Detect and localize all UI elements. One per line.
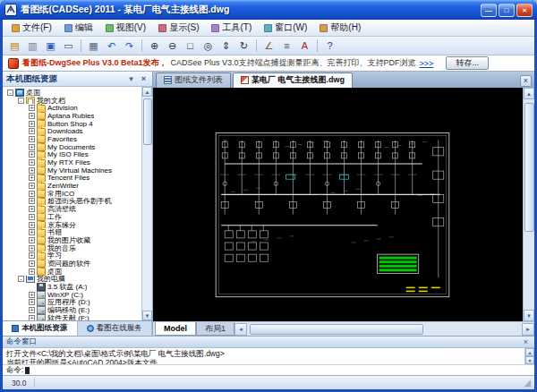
tree-item[interactable]: +应用程序 (D:): [5, 299, 141, 307]
sidebar-scroll-thumb[interactable]: [143, 98, 152, 145]
menu-item-3[interactable]: 显示(S): [152, 20, 205, 36]
redo-button[interactable]: ↷: [121, 38, 138, 54]
scroll-down-icon[interactable]: ▼: [142, 311, 152, 320]
tree-item[interactable]: 3.5 软盘 (A:): [5, 283, 141, 291]
scroll-down-icon[interactable]: ▼: [524, 310, 534, 321]
tab-close-icon[interactable]: ×: [520, 75, 532, 87]
tree-expander[interactable]: +: [29, 245, 35, 251]
tree-item[interactable]: +资问题的软件: [5, 260, 141, 268]
tree-expander[interactable]: +: [29, 206, 35, 212]
tree-expander[interactable]: +: [29, 198, 35, 204]
copy-button[interactable]: ▦: [85, 38, 102, 54]
tree-item[interactable]: +超强街头恶作剧手机: [5, 198, 141, 206]
tree-item[interactable]: +我的音乐: [5, 244, 141, 252]
tree-item[interactable]: +Activision: [5, 104, 141, 112]
tree-expander[interactable]: -: [7, 89, 13, 96]
tree-item[interactable]: -我的电脑: [5, 276, 141, 284]
tree-item[interactable]: +我的图片收藏: [5, 236, 141, 244]
menu-item-5[interactable]: 窗口(W): [258, 20, 313, 36]
convert-button[interactable]: 转存...: [446, 56, 489, 70]
tree-expander[interactable]: +: [29, 128, 35, 134]
command-close-icon[interactable]: ×: [521, 337, 531, 346]
tree-item[interactable]: +My Virtual Machines: [5, 166, 141, 175]
tree-expander[interactable]: +: [29, 268, 35, 275]
tree-item[interactable]: +桌面: [5, 268, 141, 276]
tree-item[interactable]: +Favorites: [5, 135, 141, 143]
scroll-up-icon[interactable]: ▲: [142, 87, 152, 97]
tree-expander[interactable]: +: [29, 292, 35, 298]
tree-item[interactable]: +My ISO Files: [5, 151, 141, 159]
menu-item-4[interactable]: 工具(T): [205, 20, 258, 36]
tree-item[interactable]: +Button Shop 4: [5, 120, 141, 128]
command-scrollbar[interactable]: ▲ ▼: [524, 348, 534, 364]
sidebar-close-icon[interactable]: ×: [139, 74, 149, 83]
tree-expander[interactable]: -: [18, 98, 24, 104]
tree-item[interactable]: +My Documents: [5, 143, 141, 151]
tree-item[interactable]: -桌面: [5, 89, 141, 97]
document-tab-0[interactable]: 图纸文件列表: [156, 72, 231, 88]
tree-item[interactable]: -我的文档: [5, 97, 141, 105]
tree-item[interactable]: +编码移动 (E:): [5, 306, 141, 314]
close-button[interactable]: ×: [516, 4, 533, 17]
tree-item[interactable]: +ZenWriter: [5, 182, 141, 190]
menu-item-6[interactable]: 帮助(H): [313, 20, 367, 36]
tree-item[interactable]: +Tencent Files: [5, 175, 141, 183]
tree-item[interactable]: +书籍: [5, 228, 141, 236]
zoom-window-button[interactable]: □: [182, 38, 199, 54]
scroll-left-icon[interactable]: ◄: [234, 323, 247, 336]
scroll-up-icon[interactable]: ▲: [524, 88, 534, 99]
document-tab-1[interactable]: 某电厂 电气主接线图.dwg: [233, 72, 353, 88]
tree-expander[interactable]: +: [29, 113, 35, 119]
print-button[interactable]: ▭: [60, 38, 77, 54]
scroll-down-icon[interactable]: ▼: [525, 356, 534, 364]
tree-item[interactable]: +学习: [5, 251, 141, 260]
tree-expander[interactable]: +: [29, 144, 35, 150]
tree-expander[interactable]: +: [29, 260, 35, 267]
tree-item[interactable]: +My RTX Files: [5, 158, 141, 166]
undo-button[interactable]: ↶: [103, 38, 120, 54]
chevron-down-icon[interactable]: ▾: [126, 74, 136, 83]
text-button[interactable]: A: [296, 38, 313, 54]
tree-item[interactable]: +京东缘分: [5, 221, 141, 229]
canvas-hscrollbar[interactable]: ◄ ►: [234, 322, 534, 336]
tree-item[interactable]: +Aptana Rubles: [5, 112, 141, 120]
tree-expander[interactable]: +: [29, 105, 35, 111]
zoom-out-button[interactable]: ⊖: [164, 38, 181, 54]
sidebar-tab-1[interactable]: 看图在线服务: [78, 321, 153, 336]
tree-item[interactable]: +工作: [5, 213, 141, 221]
tree-expander[interactable]: +: [29, 252, 35, 259]
canvas-hscroll-thumb[interactable]: [250, 324, 423, 335]
tree-expander[interactable]: +: [29, 151, 35, 158]
menu-item-2[interactable]: 视图(V): [99, 20, 152, 36]
tree-expander[interactable]: +: [29, 299, 35, 305]
zoom-extents-button[interactable]: ◎: [200, 38, 217, 54]
command-input-line[interactable]: 命令:: [3, 364, 534, 375]
menu-item-0[interactable]: 文件(F): [5, 20, 58, 36]
promo-more-link[interactable]: >>>: [420, 59, 434, 68]
sidebar-scrollbar[interactable]: ▲ ▼: [141, 87, 152, 320]
tree-expander[interactable]: +: [29, 214, 35, 220]
open-button[interactable]: ▤: [6, 38, 23, 54]
tree-expander[interactable]: +: [29, 183, 35, 189]
tree-item[interactable]: +高清壁纸: [5, 205, 141, 213]
tree-item[interactable]: +Downloads: [5, 127, 141, 135]
tree-expander[interactable]: +: [29, 121, 35, 127]
measure-button[interactable]: ∠: [260, 38, 277, 54]
close-file-button[interactable]: ▥: [24, 38, 41, 54]
layers-button[interactable]: ≡: [278, 38, 295, 54]
layout-tab-model[interactable]: Model: [155, 322, 196, 336]
tree-expander[interactable]: +: [29, 191, 35, 197]
tree-expander[interactable]: +: [29, 167, 35, 174]
canvas-vscrollbar[interactable]: ▲ ▼: [523, 88, 534, 321]
help-button[interactable]: ?: [321, 38, 338, 54]
tree-item[interactable]: +常用ICO: [5, 190, 141, 198]
layout-tab-布局1[interactable]: 布局1: [196, 322, 234, 336]
minimize-button[interactable]: —: [481, 4, 497, 17]
tree-expander[interactable]: +: [29, 237, 35, 243]
menu-item-1[interactable]: 编辑: [58, 20, 99, 36]
tree-expander[interactable]: -: [18, 276, 24, 282]
resize-grip[interactable]: ◢: [524, 379, 533, 388]
tree-expander[interactable]: +: [29, 175, 35, 181]
pan-button[interactable]: ⇕: [217, 38, 234, 54]
rotate-button[interactable]: ↻: [235, 38, 252, 54]
